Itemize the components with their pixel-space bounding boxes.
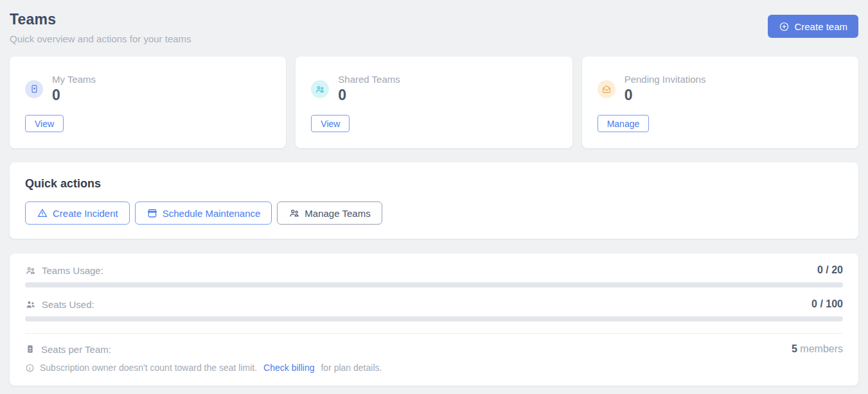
card-value: 0 [624, 87, 706, 104]
stats-cards-row: My Teams 0 View Shared Teams [10, 56, 858, 148]
seats-used-progressbar [25, 316, 843, 321]
card-value: 0 [52, 87, 96, 104]
teams-page: Teams Quick overview and actions for you… [0, 0, 868, 386]
create-incident-button[interactable]: Create Incident [25, 201, 130, 225]
create-incident-label: Create Incident [53, 208, 118, 219]
seats-per-team-value: 5 members [792, 343, 843, 355]
users-icon [311, 80, 329, 98]
check-billing-link[interactable]: Check billing [263, 363, 314, 373]
teams-usage-label: Teams Usage: [42, 265, 103, 276]
seats-used-row: Seats Used: 0 / 100 [25, 298, 843, 310]
page-subtitle: Quick overview and actions for your team… [10, 33, 191, 44]
usage-divider [25, 333, 843, 334]
page-title: Teams [10, 11, 191, 28]
note-suffix: for plan details. [321, 363, 382, 373]
card-value: 0 [338, 87, 400, 104]
warning-triangle-icon [37, 207, 48, 219]
users-outline-icon [25, 265, 36, 276]
schedule-maintenance-button[interactable]: Schedule Maintenance [135, 201, 272, 225]
seats-per-team-row: Seats per Team: 5 members [25, 343, 843, 355]
create-team-button[interactable]: Create team [768, 15, 858, 38]
seats-per-team-number: 5 [792, 343, 797, 354]
create-team-label: Create team [794, 21, 847, 32]
card-label: Pending Invitations [624, 74, 706, 85]
teams-usage-value: 0 / 20 [817, 264, 843, 276]
manage-teams-button[interactable]: Manage Teams [277, 201, 382, 225]
manage-teams-label: Manage Teams [305, 208, 370, 219]
card-label: Shared Teams [338, 74, 400, 85]
teams-usage-row: Teams Usage: 0 / 20 [25, 264, 843, 276]
teams-usage-progressbar [25, 282, 843, 287]
envelope-icon [598, 80, 616, 98]
id-badge-filled-icon [25, 344, 35, 354]
info-circle-icon [25, 363, 35, 373]
schedule-maintenance-label: Schedule Maintenance [163, 208, 261, 219]
quick-actions-panel: Quick actions Create Incident [10, 162, 858, 239]
card-pending-invitations: Pending Invitations 0 Manage [582, 56, 858, 148]
seats-used-label: Seats Used: [42, 299, 94, 310]
id-badge-icon [25, 80, 43, 98]
card-my-teams: My Teams 0 View [10, 56, 286, 148]
quick-actions-title: Quick actions [25, 177, 843, 191]
view-my-teams-button[interactable]: View [25, 115, 64, 132]
users-filled-icon [25, 299, 36, 310]
view-shared-teams-button[interactable]: View [311, 115, 350, 132]
users-icon [288, 207, 300, 219]
manage-invitations-button[interactable]: Manage [598, 115, 650, 132]
calendar-icon [146, 207, 158, 219]
card-label: My Teams [52, 74, 96, 85]
note-text: Subscription owner doesn't count toward … [40, 363, 257, 373]
seats-per-team-unit: members [797, 343, 843, 354]
seats-used-value: 0 / 100 [811, 298, 843, 310]
seats-per-team-label: Seats per Team: [41, 344, 111, 355]
usage-panel: Teams Usage: 0 / 20 Seats Used: 0 / 100 [10, 253, 858, 386]
card-shared-teams: Shared Teams 0 View [296, 56, 572, 148]
seat-limit-note: Subscription owner doesn't count toward … [25, 363, 843, 373]
header-text: Teams Quick overview and actions for you… [10, 11, 191, 44]
page-header: Teams Quick overview and actions for you… [10, 0, 858, 56]
plus-circle-icon [779, 21, 790, 32]
